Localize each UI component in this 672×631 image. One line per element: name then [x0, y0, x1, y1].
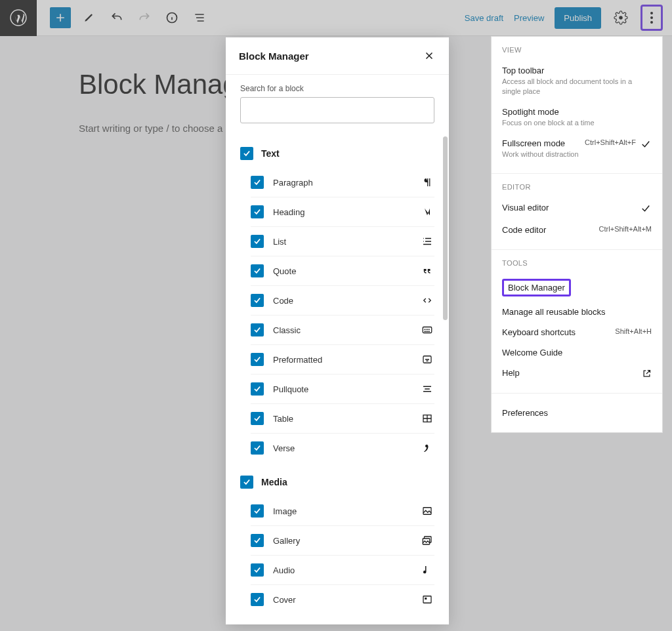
block-label: Quote: [273, 266, 411, 276]
svg-point-2: [650, 12, 653, 14]
option-item[interactable]: Code editorCtrl+Shift+Alt+M: [502, 220, 652, 240]
view-heading: VIEW: [502, 46, 652, 54]
option-label: Fullscreen mode: [502, 138, 581, 148]
category-header[interactable]: Media: [240, 472, 434, 493]
preferences-item[interactable]: Preferences: [502, 403, 652, 423]
tool-item[interactable]: Welcome Guide: [502, 342, 652, 363]
toolbar-right-group: Save draft Preview Publish: [465, 5, 672, 31]
svg-point-3: [650, 16, 653, 19]
option-item[interactable]: Fullscreen modeWork without distractionC…: [502, 133, 652, 165]
block-row[interactable]: Preformatted: [251, 344, 434, 374]
block-manager-modal: Block Manager Search for a block TextPar…: [226, 37, 449, 624]
block-row[interactable]: Table: [251, 403, 434, 433]
block-row[interactable]: Quote: [251, 256, 434, 285]
checkbox-icon[interactable]: [251, 205, 264, 218]
modal-title: Block Manager: [239, 51, 309, 62]
block-row[interactable]: Cover: [251, 584, 434, 614]
add-block-button[interactable]: [50, 7, 71, 28]
block-label: Table: [273, 414, 411, 424]
checkbox-icon[interactable]: [251, 382, 264, 396]
checkbox-icon[interactable]: [251, 264, 264, 277]
info-icon[interactable]: [163, 9, 181, 27]
pullquote-icon: [420, 383, 434, 395]
image-icon: [420, 505, 434, 517]
option-desc: Access all block and document tools in a…: [502, 77, 652, 96]
option-desc: Work without distraction: [502, 150, 581, 159]
block-label: Verse: [273, 443, 411, 453]
close-icon[interactable]: [423, 49, 436, 62]
checkbox-icon[interactable]: [240, 147, 253, 160]
block-row[interactable]: Paragraph: [251, 168, 434, 197]
block-label: List: [273, 237, 411, 247]
more-options-button[interactable]: [640, 5, 663, 31]
toolbar-left-group: [37, 7, 209, 28]
editor-heading: EDITOR: [502, 183, 652, 191]
search-label: Search for a block: [240, 84, 434, 93]
block-row[interactable]: Classic: [251, 315, 434, 344]
option-label: Keyboard shortcuts: [502, 327, 576, 337]
svg-point-4: [650, 21, 653, 24]
block-row[interactable]: Pullquote: [251, 374, 434, 403]
block-row[interactable]: Gallery: [251, 525, 434, 555]
checkbox-icon[interactable]: [251, 235, 264, 248]
edit-tool-icon[interactable]: [80, 9, 98, 27]
options-menu: VIEW Top toolbarAccess all block and doc…: [491, 36, 663, 433]
checkbox-icon[interactable]: [251, 563, 264, 577]
tool-item[interactable]: Keyboard shortcutsShift+Alt+H: [502, 322, 652, 342]
paragraph-icon: [420, 176, 434, 188]
scrollbar-thumb[interactable]: [443, 136, 448, 320]
svg-rect-5: [423, 327, 432, 333]
block-label: Code: [273, 296, 411, 306]
option-item[interactable]: Top toolbarAccess all block and document…: [502, 60, 652, 102]
option-shortcut: Ctrl+Shift+Alt+F: [585, 138, 636, 146]
checkbox-icon[interactable]: [251, 353, 264, 366]
block-label: Classic: [273, 325, 411, 335]
search-input[interactable]: [240, 97, 434, 123]
check-icon: [640, 203, 652, 214]
checkbox-icon[interactable]: [251, 412, 264, 425]
block-label: Preformatted: [273, 355, 411, 365]
block-row[interactable]: Audio: [251, 555, 434, 584]
tool-item[interactable]: Manage all reusable blocks: [502, 302, 652, 322]
option-shortcut: Ctrl+Shift+Alt+M: [599, 225, 652, 233]
block-label: Pullquote: [273, 384, 411, 394]
block-label: Cover: [273, 595, 411, 605]
tool-item[interactable]: Help: [502, 363, 652, 384]
block-row[interactable]: List: [251, 226, 434, 256]
option-shortcut: Shift+Alt+H: [615, 327, 652, 335]
save-draft-button[interactable]: Save draft: [465, 13, 503, 23]
block-row[interactable]: Code: [251, 285, 434, 315]
checkbox-icon[interactable]: [251, 176, 264, 189]
checkbox-icon[interactable]: [240, 476, 253, 489]
table-icon: [420, 413, 434, 424]
publish-button[interactable]: Publish: [555, 7, 601, 29]
wordpress-logo[interactable]: [0, 0, 37, 36]
block-label: Audio: [273, 565, 411, 575]
category-header[interactable]: Text: [240, 143, 434, 164]
option-item[interactable]: Visual editor: [502, 197, 652, 220]
checkbox-icon[interactable]: [251, 441, 264, 455]
block-label: Gallery: [273, 536, 411, 546]
tool-item[interactable]: Block Manager: [502, 274, 652, 302]
settings-icon[interactable]: [612, 9, 630, 27]
block-row[interactable]: Verse: [251, 433, 434, 462]
modal-body[interactable]: TextParagraphHeadingListQuoteCodeClassic…: [226, 129, 449, 624]
option-label: Top toolbar: [502, 66, 652, 75]
checkbox-icon[interactable]: [251, 504, 264, 518]
heading-icon: [420, 207, 434, 217]
preview-button[interactable]: Preview: [514, 13, 544, 23]
option-desc: Focus on one block at a time: [502, 118, 652, 128]
audio-icon: [420, 564, 434, 576]
checkbox-icon[interactable]: [251, 593, 264, 606]
option-label: Preferences: [502, 408, 652, 418]
checkbox-icon[interactable]: [251, 294, 264, 307]
block-row[interactable]: Image: [251, 497, 434, 525]
option-item[interactable]: Spotlight modeFocus on one block at a ti…: [502, 102, 652, 133]
undo-icon[interactable]: [108, 9, 126, 27]
outline-icon[interactable]: [190, 9, 209, 27]
block-row[interactable]: Heading: [251, 197, 434, 226]
checkbox-icon[interactable]: [251, 323, 264, 336]
top-toolbar: Save draft Preview Publish: [0, 0, 672, 36]
checkbox-icon[interactable]: [251, 534, 264, 547]
svg-rect-8: [423, 508, 431, 515]
